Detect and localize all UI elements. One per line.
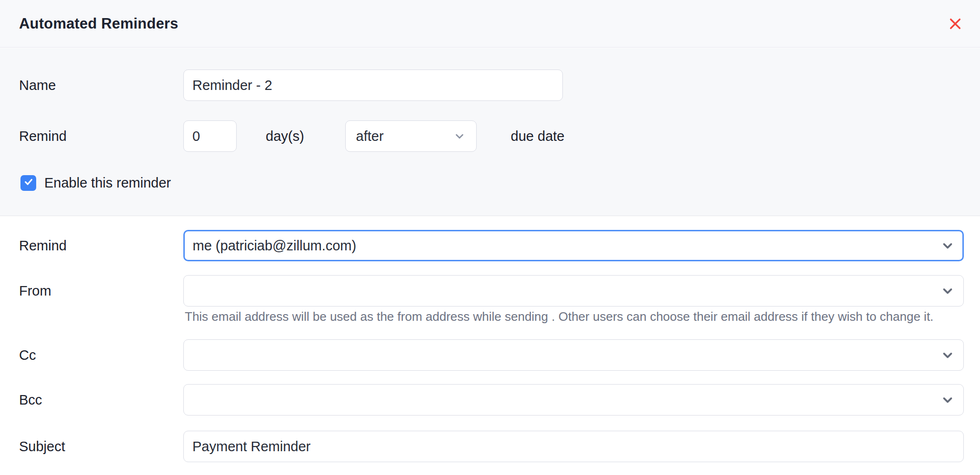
- checkmark-icon: [23, 177, 34, 189]
- chevron-down-icon: [940, 238, 955, 253]
- chevron-down-icon: [940, 348, 955, 362]
- from-select[interactable]: [183, 275, 964, 307]
- before-after-value: after: [356, 129, 384, 144]
- days-unit-text: day(s): [266, 129, 304, 144]
- chevron-down-icon: [453, 130, 466, 142]
- email-settings-section: Remind me (patriciab@zillum.com) From: [0, 217, 980, 475]
- name-row: Name: [0, 69, 980, 101]
- cc-label: Cc: [19, 347, 183, 363]
- name-field-wrap: [183, 69, 563, 101]
- before-after-select[interactable]: after: [345, 120, 477, 152]
- bcc-row: Bcc: [0, 384, 980, 416]
- enable-reminder-row: Enable this reminder: [0, 172, 980, 194]
- subject-row: Subject: [0, 431, 980, 462]
- remind-to-row: Remind me (patriciab@zillum.com): [0, 230, 980, 261]
- cc-select[interactable]: [183, 339, 964, 371]
- from-helper-text: This email address will be used as the f…: [185, 309, 933, 324]
- enable-reminder-label: Enable this reminder: [44, 175, 171, 191]
- remind-to-label: Remind: [19, 238, 183, 254]
- close-icon: [948, 16, 963, 31]
- remind-offset-row: Remind day(s) after due date: [0, 120, 980, 152]
- subject-field-wrap: [183, 431, 964, 462]
- bcc-label: Bcc: [19, 392, 183, 408]
- close-button[interactable]: [945, 13, 966, 34]
- remind-offset-label: Remind: [19, 129, 183, 144]
- dialog-title: Automated Reminders: [19, 15, 179, 32]
- name-input[interactable]: [192, 70, 554, 100]
- subject-label: Subject: [19, 439, 183, 455]
- bcc-select[interactable]: [183, 384, 964, 416]
- from-row: From: [0, 275, 980, 307]
- automated-reminders-dialog: Automated Reminders Name Remind day(s) a…: [0, 0, 980, 475]
- chevron-down-icon: [940, 284, 955, 298]
- days-field-wrap: [183, 120, 237, 152]
- enable-reminder-checkbox[interactable]: [20, 175, 36, 191]
- subject-input[interactable]: [192, 431, 955, 462]
- cc-row: Cc: [0, 339, 980, 371]
- anchor-text: due date: [511, 129, 565, 144]
- remind-to-value: me (patriciab@zillum.com): [193, 238, 357, 254]
- dialog-header: Automated Reminders: [0, 0, 980, 48]
- reminder-settings-section: Name Remind day(s) after due date: [0, 48, 980, 216]
- from-label: From: [19, 283, 183, 299]
- chevron-down-icon: [940, 393, 955, 407]
- name-label: Name: [19, 78, 183, 93]
- days-input[interactable]: [192, 121, 228, 151]
- remind-to-select[interactable]: me (patriciab@zillum.com): [183, 230, 964, 261]
